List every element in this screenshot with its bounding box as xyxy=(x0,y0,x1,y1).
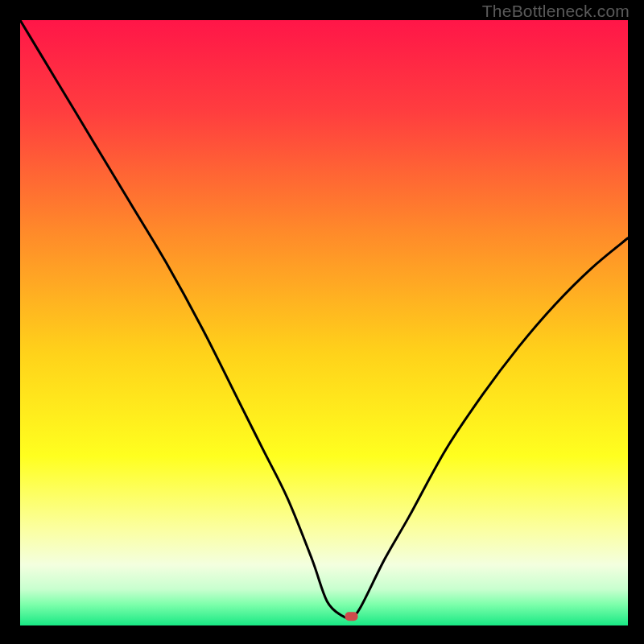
optimal-point-marker xyxy=(345,612,358,621)
watermark-text: TheBottleneck.com xyxy=(482,2,630,21)
gradient-background xyxy=(20,20,628,625)
plot-area xyxy=(20,20,628,625)
chart-frame: TheBottleneck.com xyxy=(0,0,644,644)
bottleneck-chart xyxy=(20,20,628,625)
